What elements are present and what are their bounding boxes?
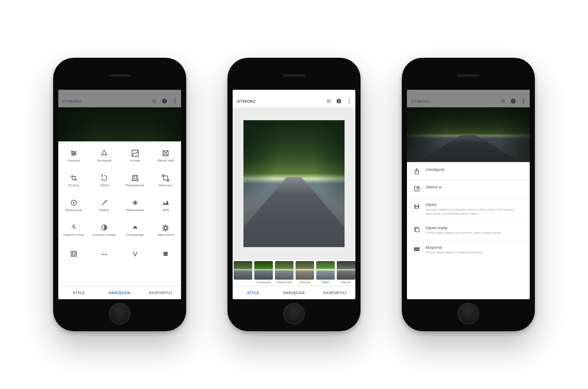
white-balance-icon xyxy=(161,149,170,158)
tab-style[interactable]: STYLE xyxy=(58,286,99,299)
tool-white-balance[interactable]: Balans bieli xyxy=(151,143,182,168)
photo-preview[interactable] xyxy=(243,120,345,247)
style-label: Morning xyxy=(300,281,310,284)
perspective-icon xyxy=(130,173,140,183)
tool-rotate[interactable]: Obróć xyxy=(89,168,120,192)
save-icon xyxy=(413,203,420,210)
tool-label: HDR xyxy=(162,208,169,212)
expand-icon xyxy=(161,173,170,183)
tab-export[interactable]: EKSPORTUJ xyxy=(315,286,355,299)
tab-tools[interactable]: NARZĘDZIA xyxy=(273,286,314,299)
export-openin[interactable]: Otwórz w... xyxy=(407,180,530,198)
tool-label: Pędzel xyxy=(100,208,109,212)
tool-square[interactable] xyxy=(151,242,182,267)
screen-tools: OTWÓRZ DostosujSzczegółyKrzyweBalans bie… xyxy=(58,90,181,299)
phone-frame-3: OTWÓRZ Udostępnij...Otwórz w...ZapiszZap… xyxy=(402,58,535,331)
more-icon[interactable] xyxy=(172,98,178,104)
style-label: Accentuate xyxy=(256,281,271,284)
vintage-icon xyxy=(161,223,170,232)
layers-icon[interactable] xyxy=(151,98,157,104)
tool-label: Naprawianie xyxy=(126,208,144,212)
style-thumb xyxy=(254,261,273,280)
tool-sliders[interactable]: Dostosuj xyxy=(58,143,89,168)
bottom-tabbar: STYLE NARZĘDZIA EKSPORTUJ xyxy=(233,286,355,299)
more-icon[interactable] xyxy=(520,98,527,104)
tool-label: Obróć xyxy=(100,184,109,187)
style-fine-art[interactable]: Fine Art xyxy=(336,260,355,286)
tool-brush[interactable]: Pędzel xyxy=(89,192,120,217)
tool-details[interactable]: Szczegóły xyxy=(89,143,120,168)
export-save[interactable]: ZapiszZapisuje zdjęcie ze zmianami, któr… xyxy=(407,198,530,221)
tool-mustache[interactable] xyxy=(89,242,120,267)
openin-icon xyxy=(413,185,420,192)
tool-crop[interactable]: Przytnij xyxy=(58,168,89,192)
tool-v[interactable] xyxy=(120,242,151,267)
app-header: OTWÓRZ xyxy=(58,90,181,107)
style-bright[interactable]: Bright xyxy=(315,260,336,286)
style-label: Bright xyxy=(322,281,329,284)
tab-tools[interactable]: NARZĘDZIA xyxy=(99,286,140,299)
tool-perspective[interactable]: Perspektywa xyxy=(120,168,151,192)
export-subtitle: Tworzy kopię zdjęcia z trwałymi zmianami… xyxy=(426,251,524,255)
app-header: OTWÓRZ xyxy=(407,90,530,107)
hdr-icon xyxy=(161,198,170,207)
export-title: Otwórz w... xyxy=(426,185,524,189)
details-icon xyxy=(100,149,109,158)
open-title[interactable]: OTWÓRZ xyxy=(237,99,256,104)
bottom-tabbar: STYLE NARZĘDZIA EKSPORTUJ xyxy=(58,286,181,299)
more-icon[interactable] xyxy=(346,98,352,104)
tool-frame[interactable] xyxy=(58,242,89,267)
tool-glamour[interactable]: Glamour Glow xyxy=(58,217,89,242)
style-morning[interactable]: Morning xyxy=(295,260,315,286)
tool-label: Dostosuj xyxy=(68,159,80,163)
mustache-icon xyxy=(100,249,109,258)
tool-drama[interactable]: Dramaturgia xyxy=(120,217,151,242)
style-original[interactable] xyxy=(233,260,253,286)
copy-icon xyxy=(413,226,420,233)
info-icon[interactable] xyxy=(336,98,342,104)
phone-frame-2: OTWÓRZ AccentuateFaded GlowMorningBright… xyxy=(227,58,361,331)
open-title[interactable]: OTWÓRZ xyxy=(411,99,430,104)
info-icon[interactable] xyxy=(161,98,168,104)
style-label: Faded Glow xyxy=(276,281,292,284)
glamour-icon xyxy=(69,223,78,232)
export-jpg[interactable]: EksportujTworzy kopię zdjęcia z trwałymi… xyxy=(407,240,530,260)
style-thumb xyxy=(337,261,355,280)
selective-icon xyxy=(69,198,78,207)
info-icon[interactable] xyxy=(510,98,516,104)
tab-style[interactable]: STYLE xyxy=(233,286,273,299)
curves-icon xyxy=(130,149,140,158)
export-subtitle: Tworzy kopię zdjęcia ze zmianami, które … xyxy=(426,231,524,235)
tool-selective[interactable]: Selektywnie xyxy=(58,192,89,217)
export-subtitle: Zapisuje zdjęcie ze zmianami, które możn… xyxy=(426,208,524,216)
export-copy[interactable]: Zapisz kopięTworzy kopię zdjęcia ze zmia… xyxy=(407,221,530,240)
tool-label: Krzywe xyxy=(130,159,140,163)
tool-label: Selektywnie xyxy=(65,208,82,212)
tool-healing[interactable]: Naprawianie xyxy=(120,192,151,217)
export-share[interactable]: Udostępnij... xyxy=(407,163,530,180)
square-icon xyxy=(161,249,170,258)
open-title[interactable]: OTWÓRZ xyxy=(62,99,81,104)
photo-canvas xyxy=(233,107,355,260)
export-title: Udostępnij... xyxy=(426,167,524,172)
tool-expand[interactable]: Rozszerz xyxy=(151,168,182,192)
styles-strip[interactable]: AccentuateFaded GlowMorningBrightFine Ar… xyxy=(233,260,355,286)
tool-curves[interactable]: Krzywe xyxy=(120,143,151,168)
style-accentuate[interactable]: Accentuate xyxy=(253,260,274,286)
jpg-icon xyxy=(413,246,420,253)
tool-hdr[interactable]: HDR xyxy=(151,192,182,217)
style-label: Fine Art xyxy=(341,281,351,284)
layers-icon[interactable] xyxy=(325,98,332,104)
tonal-icon xyxy=(100,223,109,232)
style-faded-glow[interactable]: Faded Glow xyxy=(274,260,295,286)
tools-panel: DostosujSzczegółyKrzyweBalans bieliPrzyt… xyxy=(58,141,181,286)
export-sheet: Udostępnij...Otwórz w...ZapiszZapisuje z… xyxy=(407,162,530,299)
rotate-icon xyxy=(100,173,109,183)
tool-vintage[interactable]: Stara klisza xyxy=(151,217,182,242)
crop-icon xyxy=(69,173,78,183)
export-title: Zapisz xyxy=(426,202,524,207)
tab-export[interactable]: EKSPORTUJ xyxy=(140,286,181,299)
brush-icon xyxy=(100,198,109,207)
tool-tonal[interactable]: Kontrast tonalny xyxy=(89,217,120,242)
layers-icon[interactable] xyxy=(500,98,506,104)
